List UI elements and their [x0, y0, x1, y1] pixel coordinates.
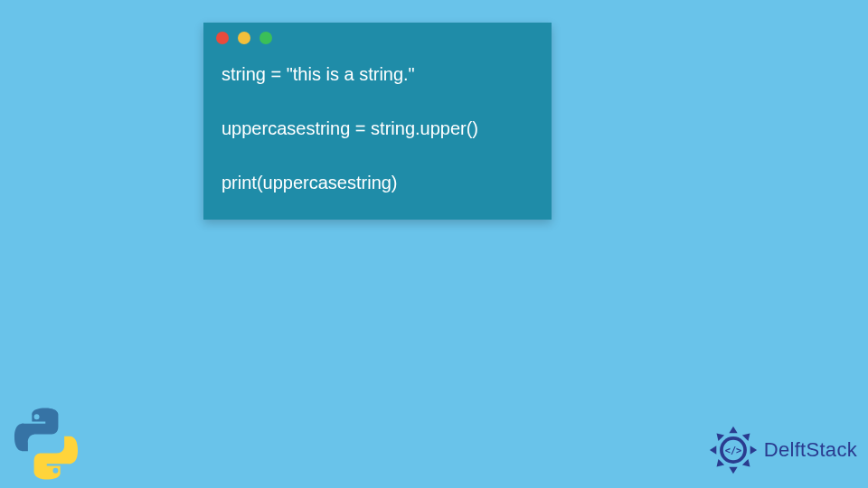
- svg-marker-1: [729, 467, 737, 474]
- delftstack-emblem-icon: </>: [708, 425, 759, 475]
- maximize-dot-icon: [259, 32, 272, 44]
- svg-marker-4: [742, 430, 753, 441]
- code-blank: [222, 142, 533, 169]
- svg-marker-2: [710, 446, 716, 454]
- close-dot-icon: [216, 32, 229, 44]
- code-line: string = "this is a string.": [222, 61, 533, 88]
- code-blank: [222, 88, 533, 115]
- window-titlebar: [203, 23, 552, 53]
- svg-marker-0: [729, 427, 737, 433]
- svg-text:</>: </>: [724, 445, 741, 455]
- svg-marker-6: [713, 430, 724, 441]
- svg-marker-3: [750, 446, 756, 454]
- code-window: string = "this is a string." uppercasest…: [203, 23, 552, 220]
- minimize-dot-icon: [238, 32, 250, 44]
- delftstack-text: DelftStack: [764, 438, 857, 462]
- code-line: uppercasestring = string.upper(): [222, 115, 533, 142]
- delftstack-logo: </> DelftStack: [708, 425, 857, 475]
- python-logo-icon: [9, 407, 83, 481]
- code-line: print(uppercasestring): [222, 169, 533, 196]
- svg-marker-7: [742, 459, 753, 470]
- svg-marker-5: [713, 459, 724, 470]
- code-body: string = "this is a string." uppercasest…: [203, 53, 552, 220]
